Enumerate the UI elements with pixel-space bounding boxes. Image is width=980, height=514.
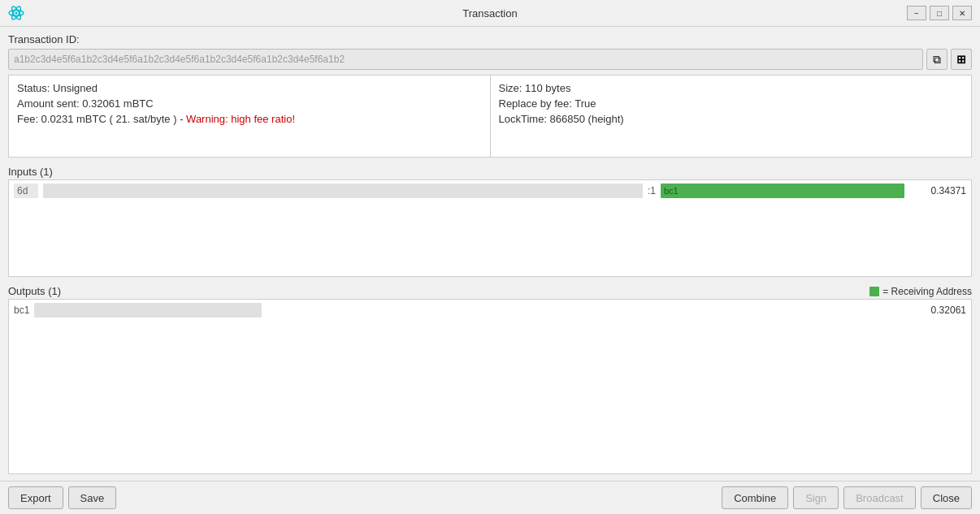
info-panel-left: Status: Unsigned Amount sent: 0.32061 mB… [9,76,491,157]
outputs-table: bc1 0.32061 [8,299,972,474]
inputs-header: Inputs (1) [8,162,972,179]
sign-button[interactable]: Sign [793,486,839,509]
app-icon [8,5,24,21]
amount-line: Amount sent: 0.32061 mBTC [17,97,482,110]
title-bar-left [8,5,24,21]
copy-icon: ⧉ [933,53,941,67]
txid-input[interactable] [8,49,923,70]
txid-input-row: ⧉ ⊞ [8,49,972,70]
legend-color-box [869,287,879,296]
table-row: bc1 0.32061 [9,300,971,321]
save-button[interactable]: Save [68,486,117,509]
output-hash-bar [34,303,262,317]
output-amount: 0.32061 [909,305,966,316]
input-prefix: 6d [14,184,38,198]
info-panel-right: Size: 110 bytes Replace by fee: True Loc… [491,76,972,157]
status-line: Status: Unsigned [17,82,482,94]
fee-line: Fee: 0.0231 mBTC ( 21. sat/byte ) - Warn… [17,113,482,125]
input-index: :1 [648,185,656,197]
info-panels: Status: Unsigned Amount sent: 0.32061 mB… [8,75,972,158]
outputs-header: Outputs (1) = Receiving Address [8,282,972,299]
broadcast-button[interactable]: Broadcast [843,486,916,509]
qr-icon: ⊞ [956,53,966,66]
window-title: Transaction [462,7,517,19]
legend-label: = Receiving Address [882,286,972,297]
footer-right: Combine Sign Broadcast Close [722,486,972,509]
close-window-button[interactable]: ✕ [952,6,972,20]
export-button[interactable]: Export [8,486,63,509]
copy-button[interactable]: ⧉ [926,49,947,70]
qr-button[interactable]: ⊞ [951,49,972,70]
input-amount: 0.34371 [909,185,966,197]
close-button[interactable]: Close [921,486,972,509]
footer: Export Save Combine Sign Broadcast Close [0,481,980,514]
main-content: Transaction ID: ⧉ ⊞ Status: Unsigned Amo… [0,27,980,481]
locktime-line: LockTime: 866850 (height) [499,113,964,125]
input-hash-bar [43,184,643,198]
outputs-label: Outputs (1) [8,285,61,297]
rbf-line: Replace by fee: True [499,97,964,110]
combine-button[interactable]: Combine [722,486,788,509]
svg-point-3 [15,12,18,15]
inputs-table: 6d :1 bc1 0.34371 [8,179,972,277]
size-line: Size: 110 bytes [499,82,964,94]
input-address-prefix: bc1 [664,186,679,196]
maximize-button[interactable]: □ [930,6,949,20]
outputs-section: Outputs (1) = Receiving Address bc1 0.32… [8,282,972,474]
txid-label: Transaction ID: [8,33,972,45]
minimize-button[interactable]: − [907,6,926,20]
table-row: 6d :1 bc1 0.34371 [9,180,971,201]
fee-warning: Warning: high fee ratio! [186,113,295,125]
output-prefix: bc1 [14,305,29,316]
inputs-section: Inputs (1) 6d :1 bc1 0.34371 [8,162,972,277]
footer-left: Export Save [8,486,116,509]
input-address-bar: bc1 [661,184,904,198]
title-bar-controls: − □ ✕ [907,6,972,20]
fee-prefix: Fee: 0.0231 mBTC ( 21. sat/byte ) - [17,113,186,125]
outputs-legend: = Receiving Address [869,286,972,297]
txid-row: Transaction ID: ⧉ ⊞ [8,33,972,70]
title-bar: Transaction − □ ✕ [0,0,980,27]
